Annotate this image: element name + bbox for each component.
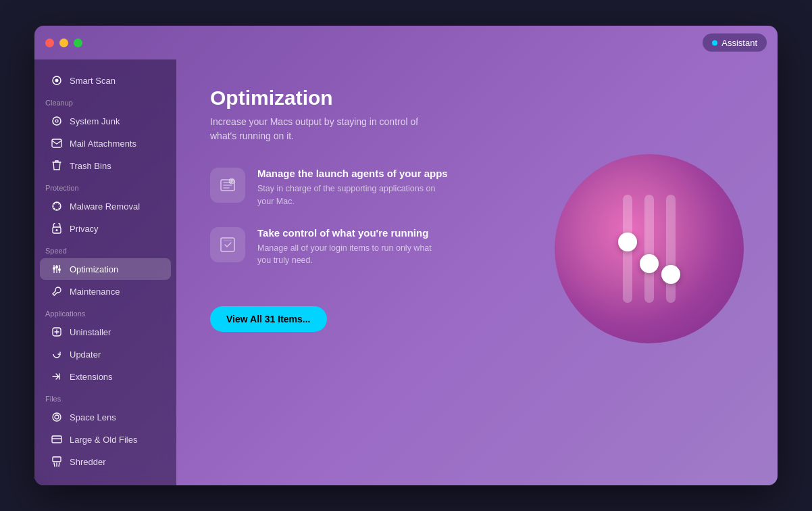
minimize-button[interactable] [59, 39, 68, 47]
sidebar-item-trash-bins[interactable]: Trash Bins [40, 155, 171, 176]
svg-rect-19 [53, 457, 61, 462]
sidebar-item-label: Optimization [70, 264, 118, 274]
page-title: Optimization [210, 87, 744, 110]
slider-track-3 [666, 195, 676, 303]
slider-thumb-1 [618, 233, 637, 251]
feature-icon-launch-agents [210, 168, 245, 203]
feature-title: Take control of what you're running [257, 227, 447, 239]
optimization-icon [51, 263, 63, 275]
slider-thumb-2 [640, 254, 659, 273]
sidebar-section-speed: Speed [34, 240, 176, 258]
assistant-label: Assistant [721, 38, 757, 48]
sliders-container [623, 195, 676, 303]
svg-point-3 [55, 120, 58, 122]
features-list: Manage the launch agents of your apps St… [210, 168, 528, 332]
content-body: Manage the launch agents of your apps St… [210, 168, 744, 343]
sidebar-item-label: Privacy [70, 224, 99, 234]
large-files-icon [51, 433, 63, 445]
sidebar-section-files: Files [34, 388, 176, 406]
sidebar-section-applications: Applications [34, 303, 176, 320]
updater-icon [51, 348, 63, 360]
traffic-lights [45, 39, 82, 47]
trash-icon [51, 160, 63, 172]
sidebar-section-cleanup: Cleanup [34, 92, 176, 110]
illustration-circle [555, 154, 744, 343]
svg-point-7 [56, 229, 58, 231]
feature-text-launch-agents: Manage the launch agents of your apps St… [257, 168, 448, 208]
sidebar-item-label: Shredder [70, 457, 105, 467]
sidebar-item-extensions[interactable]: Extensions [40, 366, 171, 387]
assistant-button[interactable]: Assistant [703, 34, 767, 52]
uninstaller-icon [51, 326, 63, 338]
svg-point-13 [58, 268, 61, 271]
sidebar-item-label: System Junk [70, 116, 120, 126]
sidebar-item-space-lens[interactable]: Space Lens [40, 406, 171, 428]
sidebar-item-optimization[interactable]: Optimization [40, 258, 171, 280]
svg-rect-22 [221, 238, 234, 251]
sidebar-item-label: Space Lens [70, 412, 116, 422]
sidebar-item-label: Trash Bins [70, 161, 111, 171]
page-subtitle: Increase your Macs output by staying in … [210, 115, 447, 143]
sidebar-item-large-old-files[interactable]: Large & Old Files [40, 429, 171, 450]
slider-track-1 [623, 195, 632, 303]
sidebar-item-maintenance[interactable]: Maintenance [40, 281, 171, 302]
feature-title: Manage the launch agents of your apps [257, 168, 448, 179]
sidebar-item-label: Uninstaller [70, 327, 111, 337]
malware-icon [51, 200, 63, 212]
privacy-icon [51, 222, 63, 235]
feature-item-login-items: Take control of what you're running Mana… [210, 227, 528, 268]
feature-item-launch-agents: Manage the launch agents of your apps St… [210, 168, 528, 208]
svg-point-16 [55, 415, 59, 419]
close-button[interactable] [45, 39, 54, 47]
svg-point-12 [55, 266, 58, 268]
app-window: Assistant Smart Scan Cleanup System [34, 26, 778, 485]
title-bar: Assistant [34, 26, 778, 59]
sidebar-item-label: Smart Scan [70, 76, 116, 86]
maximize-button[interactable] [74, 39, 82, 47]
sidebar-item-mail-attachments[interactable]: Mail Attachments [40, 132, 171, 154]
sidebar-item-smart-scan[interactable]: Smart Scan [40, 70, 171, 91]
slider-track-2 [644, 195, 654, 303]
sidebar-item-privacy[interactable]: Privacy [40, 218, 171, 239]
sidebar-item-malware-removal[interactable]: Malware Removal [40, 195, 171, 217]
sidebar-item-label: Malware Removal [70, 201, 140, 212]
sidebar-item-uninstaller[interactable]: Uninstaller [40, 321, 171, 343]
svg-point-2 [53, 117, 61, 125]
assistant-dot-icon [712, 40, 717, 45]
sidebar-item-label: Large & Old Files [70, 435, 137, 445]
svg-point-11 [53, 267, 55, 270]
sidebar-item-shredder[interactable]: Shredder [40, 451, 171, 472]
sidebar-section-protection: Protection [34, 177, 176, 195]
sidebar: Smart Scan Cleanup System Junk Mail Atta… [34, 59, 176, 485]
mail-icon [51, 137, 63, 149]
sidebar-item-system-junk[interactable]: System Junk [40, 110, 171, 132]
scan-icon [51, 74, 63, 87]
optimization-illustration [555, 154, 744, 343]
sidebar-item-label: Extensions [70, 372, 113, 382]
main-content: Optimization Increase your Macs output b… [176, 59, 778, 485]
svg-point-1 [55, 79, 59, 82]
svg-point-15 [53, 413, 61, 421]
sidebar-item-updater[interactable]: Updater [40, 343, 171, 365]
slider-thumb-3 [661, 265, 680, 284]
junk-icon [51, 115, 63, 127]
view-all-button[interactable]: View All 31 Items... [210, 306, 327, 332]
svg-rect-17 [52, 436, 61, 443]
svg-rect-4 [52, 139, 61, 147]
feature-description: Manage all of your login items to run on… [257, 242, 447, 268]
sidebar-item-label: Mail Attachments [70, 139, 136, 149]
maintenance-icon [51, 285, 63, 297]
shredder-icon [51, 456, 63, 468]
sidebar-item-label: Updater [70, 349, 101, 360]
feature-description: Stay in charge of the supporting applica… [257, 182, 447, 208]
feature-text-login-items: Take control of what you're running Mana… [257, 227, 447, 268]
extensions-icon [51, 370, 63, 383]
sidebar-item-label: Maintenance [70, 287, 120, 297]
feature-icon-login-items [210, 227, 245, 262]
space-icon [51, 411, 63, 423]
